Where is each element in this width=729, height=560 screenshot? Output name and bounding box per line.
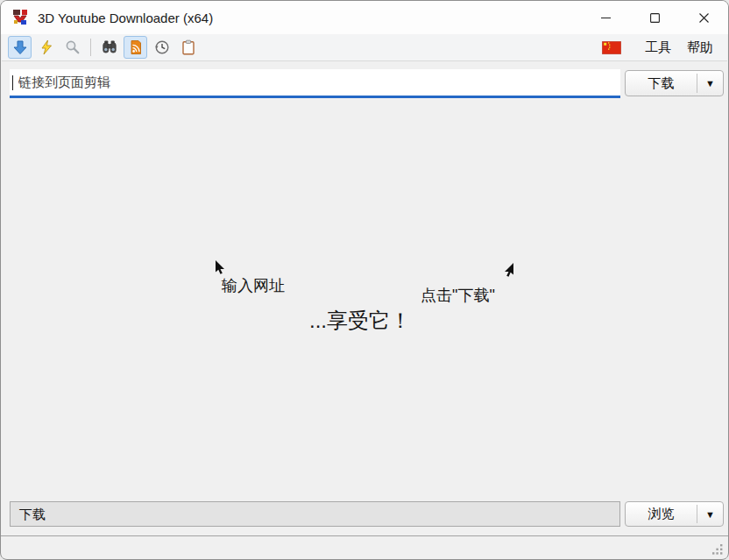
toolbar: 工具 帮助 (2, 34, 727, 61)
quick-convert-button[interactable] (34, 36, 58, 59)
search-icon (65, 39, 81, 55)
history-clock-icon (154, 39, 170, 55)
title-bar: 3D Youtube Downloader (x64) (1, 1, 728, 34)
status-bar (2, 536, 727, 558)
download-split-button: 下载 ▼ (625, 70, 724, 96)
browser-monitor-button[interactable] (97, 36, 121, 59)
toolbar-separator (90, 39, 91, 56)
menu-help[interactable]: 帮助 (679, 36, 721, 60)
hint-enjoy: ...享受它！ (309, 307, 411, 335)
search-button[interactable] (60, 36, 84, 59)
feed-subscriptions-button[interactable] (124, 36, 147, 59)
maximize-icon (650, 13, 660, 23)
download-mode-button[interactable] (8, 36, 32, 59)
hint-enter-url: 输入网址 (222, 275, 285, 296)
browse-dropdown-button[interactable]: ▼ (697, 502, 723, 526)
text-caret (12, 75, 13, 90)
chevron-down-icon: ▼ (705, 78, 715, 89)
download-dropdown-button[interactable]: ▼ (697, 71, 723, 96)
window-title: 3D Youtube Downloader (x64) (38, 11, 213, 25)
cursor-arrow-right-icon (503, 263, 514, 279)
resize-grip[interactable] (712, 544, 723, 555)
download-arrow-icon (12, 39, 28, 55)
browse-split-button: 浏览 ▼ (625, 501, 724, 527)
main-area (2, 101, 727, 500)
app-window: 3D Youtube Downloader (x64) (0, 0, 729, 560)
download-folder-field[interactable]: 下载 (10, 501, 620, 527)
binoculars-icon (102, 39, 117, 55)
cursor-arrow-left-icon (215, 260, 226, 276)
browse-button[interactable]: 浏览 (626, 502, 697, 526)
history-button[interactable] (150, 36, 173, 59)
close-icon (699, 13, 709, 23)
clipboard-icon (180, 39, 196, 55)
minimize-icon (601, 13, 611, 23)
chevron-down-icon: ▼ (705, 509, 715, 520)
menu-tools[interactable]: 工具 (637, 36, 679, 60)
download-button[interactable]: 下载 (626, 71, 697, 96)
toolbar-right-group: 工具 帮助 (602, 36, 721, 60)
window-controls (581, 1, 728, 34)
hint-click-download: 点击"下载" (421, 285, 495, 306)
close-button[interactable] (679, 1, 728, 34)
url-input[interactable] (10, 69, 620, 98)
china-flag-icon[interactable] (602, 41, 621, 54)
rss-feed-icon (128, 39, 144, 55)
minimize-button[interactable] (581, 1, 630, 34)
maximize-button[interactable] (630, 1, 679, 34)
app-logo-icon (11, 9, 29, 26)
paste-clipboard-button[interactable] (176, 36, 200, 59)
lightning-icon (39, 39, 54, 55)
